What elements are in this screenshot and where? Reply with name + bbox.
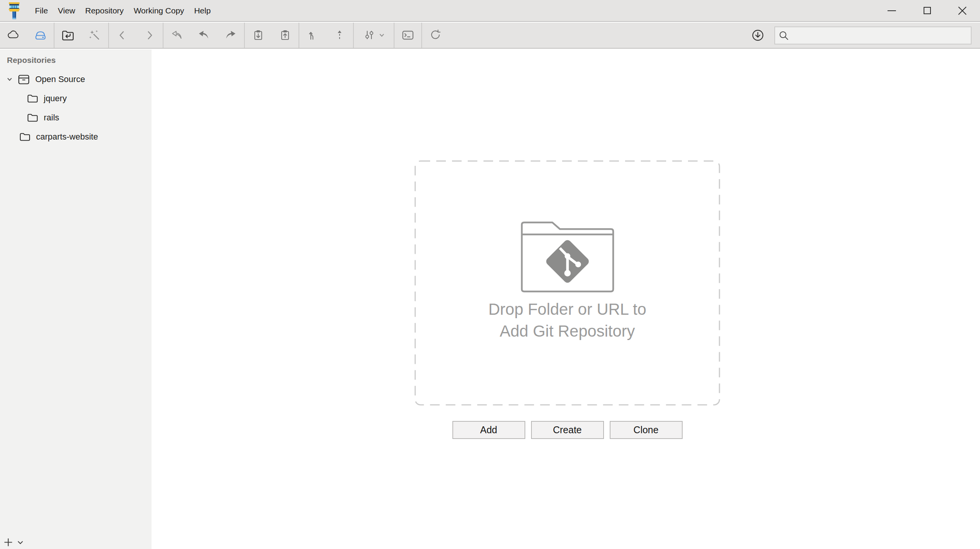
- terminal-icon: [401, 28, 415, 42]
- menu-working-copy[interactable]: Working Copy: [129, 0, 189, 21]
- open-terminal-button[interactable]: [394, 23, 421, 48]
- add-button[interactable]: Add: [452, 421, 525, 439]
- search-input[interactable]: [774, 26, 972, 44]
- dropzone-buttons: Add Create Clone: [414, 421, 720, 439]
- remote-repositories-button[interactable]: [0, 23, 27, 48]
- menu-view[interactable]: View: [53, 0, 80, 21]
- quick-launch-button[interactable]: [81, 23, 108, 48]
- refresh-icon: [429, 29, 442, 42]
- pop-stash-button[interactable]: [272, 23, 299, 48]
- tree-item-label: carparts-website: [36, 132, 98, 142]
- sidebar: Repositories Open Source: [0, 49, 152, 549]
- minimize-icon: [888, 10, 896, 11]
- app-window: File View Repository Working Copy Help: [0, 0, 980, 549]
- forward-button[interactable]: [136, 23, 163, 48]
- tree-item-jquery[interactable]: jquery: [0, 89, 152, 108]
- chevron-down-icon[interactable]: [17, 540, 23, 545]
- create-button[interactable]: Create: [531, 421, 604, 439]
- stash-button[interactable]: [245, 23, 272, 48]
- menu-file[interactable]: File: [30, 0, 53, 21]
- menu-repository[interactable]: Repository: [80, 0, 129, 21]
- download-icon: [751, 29, 764, 42]
- sidebar-footer: [4, 538, 23, 547]
- toolbar: [0, 23, 980, 49]
- folder-icon: [19, 131, 31, 143]
- tree-item-open-source[interactable]: Open Source: [0, 70, 152, 89]
- toolbar-right: [744, 23, 980, 48]
- dropzone-hint-line1: Drop Folder or URL to: [488, 298, 647, 320]
- close-icon: [958, 6, 967, 15]
- clone-button[interactable]: Clone: [610, 421, 683, 439]
- dropzone-content: Drop Folder or URL to Add Git Repository: [414, 160, 720, 406]
- tree-item-label: Open Source: [35, 74, 85, 84]
- repository-dropzone[interactable]: Drop Folder or URL to Add Git Repository: [414, 160, 720, 406]
- group-tray-icon: [18, 73, 30, 86]
- refresh-button[interactable]: [422, 23, 449, 48]
- merge-icon: [306, 29, 319, 42]
- open-repository-icon: [61, 28, 75, 42]
- menu-help[interactable]: Help: [189, 0, 216, 21]
- push-dashed-button[interactable]: [326, 23, 353, 48]
- push-button[interactable]: [217, 23, 244, 48]
- tree-item-rails[interactable]: rails: [0, 108, 152, 127]
- chevron-down-icon: [379, 33, 384, 37]
- interactive-rebase-button[interactable]: [354, 23, 394, 48]
- undo-filled-icon: [197, 29, 210, 42]
- redo-filled-icon: [224, 29, 237, 42]
- git-folder-icon: [518, 216, 617, 293]
- chevron-down-icon[interactable]: [6, 76, 13, 82]
- forward-icon: [143, 29, 156, 42]
- back-button[interactable]: [109, 23, 136, 48]
- dropzone-hint-line2: Add Git Repository: [488, 320, 647, 342]
- push-dashed-icon: [333, 29, 346, 42]
- magic-wand-icon: [88, 29, 101, 42]
- titlebar: File View Repository Working Copy Help: [0, 0, 980, 22]
- pull-button[interactable]: [190, 23, 217, 48]
- cloud-icon: [7, 29, 20, 42]
- folder-icon: [27, 112, 38, 124]
- plus-icon[interactable]: [4, 538, 13, 547]
- sidebar-header: Repositories: [0, 49, 152, 65]
- app-logo-icon: [8, 2, 21, 20]
- window-controls: [874, 0, 980, 21]
- tree-item-label: rails: [44, 113, 59, 123]
- search-box: [774, 26, 972, 44]
- back-icon: [116, 29, 129, 42]
- local-drive-icon: [33, 28, 47, 42]
- minimize-button[interactable]: [874, 0, 909, 21]
- folder-icon: [27, 92, 38, 105]
- menubar: File View Repository Working Copy Help: [30, 0, 216, 21]
- maximize-icon: [924, 7, 931, 14]
- dropzone-hint: Drop Folder or URL to Add Git Repository: [488, 298, 647, 342]
- share-outline-icon: [170, 29, 183, 42]
- fetch-button[interactable]: [163, 23, 190, 48]
- main-area: Drop Folder or URL to Add Git Repository…: [152, 49, 980, 549]
- tree-item-label: jquery: [44, 94, 67, 104]
- commit-graph-icon: [363, 29, 376, 42]
- open-repository-button[interactable]: [54, 23, 81, 48]
- tree-item-carparts-website[interactable]: carparts-website: [0, 127, 152, 146]
- repository-tree: Open Source jquery rails carparts-websit…: [0, 70, 152, 146]
- stash-icon: [252, 29, 265, 42]
- pop-stash-icon: [279, 29, 292, 42]
- maximize-button[interactable]: [909, 0, 945, 21]
- merge-button[interactable]: [299, 23, 326, 48]
- local-repositories-button[interactable]: [27, 23, 54, 48]
- close-button[interactable]: [945, 0, 980, 21]
- download-updates-button[interactable]: [744, 23, 771, 48]
